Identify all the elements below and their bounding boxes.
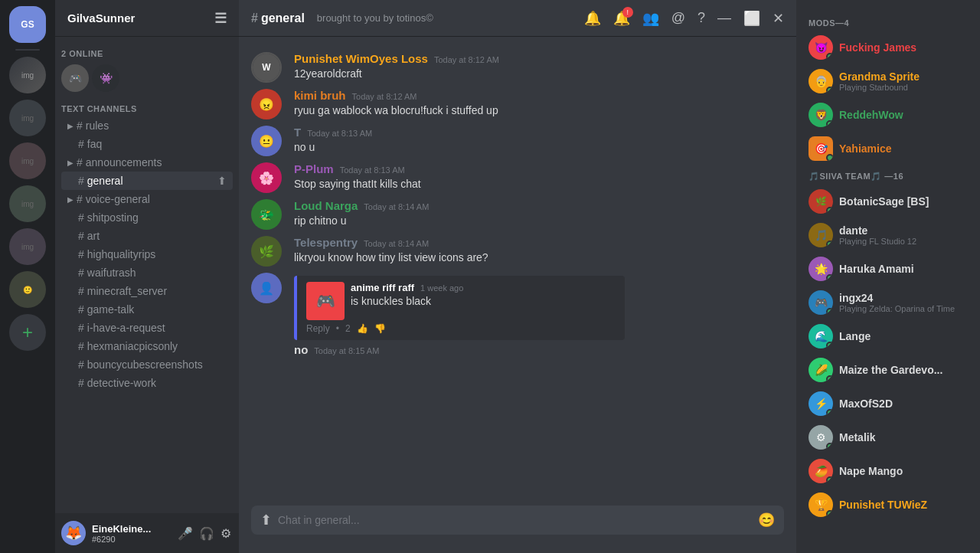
member-fucking-james[interactable]: 😈 Fucking James (802, 31, 974, 64)
member-name-gs: Grandma Sprite (839, 70, 968, 83)
message-content-7: 🎮 anime riff raff 1 week ago is knuckles… (294, 273, 784, 358)
message-header-2: kimi bruh Today at 8:12 AM (294, 89, 784, 102)
channel-item-highqualityrips[interactable]: # highqualityrips (61, 245, 233, 263)
channel-item-request[interactable]: # i-have-a-request (61, 319, 233, 337)
embed-reply-button[interactable]: Reply (306, 323, 330, 334)
chat-input[interactable] (278, 506, 752, 535)
member-name-rw: ReddehWow (839, 109, 968, 121)
channel-item-hexmaniac[interactable]: # hexmaniacpicsonly (61, 337, 233, 355)
channel-name-art: art (87, 230, 227, 242)
member-maxofs2d[interactable]: ⚡ MaxOfS2D (802, 387, 974, 420)
add-server-button[interactable]: + (9, 314, 46, 351)
online-user-avatar-2: 👾 (92, 64, 119, 92)
messages-container: W Punishet WimOyes Loss Today at 8:12 AM… (239, 37, 796, 506)
mention-bell-icon[interactable]: 🔔! (613, 10, 630, 27)
member-avatar-me: ⚙ (808, 425, 833, 450)
channel-item-game-talk[interactable]: # game-talk (61, 300, 233, 319)
status-dot-rw (826, 120, 833, 127)
embed-thumbsup-button[interactable]: 👍 (357, 323, 368, 334)
message-author-1: Punishet WimOyes Loss (294, 52, 428, 65)
server-icon-1[interactable]: img (9, 57, 46, 93)
help-icon[interactable]: ? (697, 10, 705, 26)
member-nape-mango[interactable]: 🥭 Nape Mango (802, 454, 974, 488)
menu-icon[interactable]: ☰ (214, 10, 227, 27)
message-text-1: 12yearoldcraft (294, 67, 784, 82)
channel-item-waifutrash[interactable]: # waifutrash (61, 263, 233, 282)
message-text-4: Stop saying thatIt kills chat (294, 177, 784, 192)
channel-hash-voice: # (77, 193, 83, 205)
upload-icon[interactable]: ⬆ (217, 175, 227, 187)
member-dante[interactable]: 🎵 dante Playing FL Studio 12 (802, 218, 974, 252)
message-text-3: no u (294, 140, 784, 155)
channel-list: ▶ # rules # faq ▶ # announcements # gene… (55, 116, 239, 513)
status-dot-bs (826, 207, 833, 214)
online-user-avatar-1: 🎮 (61, 64, 89, 92)
upload-file-icon[interactable]: ⬆ (260, 512, 272, 528)
at-icon[interactable]: @ (671, 10, 685, 26)
member-botanicsage[interactable]: 🌿 BotanicSage [BS] (802, 185, 974, 218)
embed-thumbsdown-button[interactable]: 👎 (374, 323, 386, 334)
channel-item-faq[interactable]: # faq (61, 135, 233, 153)
settings-button[interactable]: ⚙ (219, 525, 233, 542)
channel-item-minecraft[interactable]: # minecraft_server (61, 282, 233, 300)
deafen-button[interactable]: 🎧 (198, 525, 216, 542)
channel-name-game-talk: game-talk (87, 303, 227, 316)
message-author-2: kimi bruh (294, 89, 346, 102)
server-icon-6[interactable]: 🙂 (9, 271, 46, 308)
message-timestamp-7: Today at 8:15 AM (314, 346, 379, 355)
main-content: # general brought to you by totinos© 🔔 🔔… (239, 0, 796, 553)
member-yahiamice[interactable]: 🎯 Yahiamice (802, 132, 974, 165)
channel-header-title: general (261, 11, 305, 25)
channel-item-voice-general[interactable]: ▶ # voice-general (61, 190, 233, 208)
embed-body: anime riff raff 1 week ago is knuckles b… (351, 282, 616, 307)
member-metalik[interactable]: ⚙ Metalik (802, 420, 974, 454)
member-grandma-sprite[interactable]: 👵 Grandma Sprite Playing Starbound (802, 64, 974, 98)
minimize-icon[interactable]: — (717, 10, 731, 26)
message-timestamp-2: Today at 8:12 AM (352, 92, 417, 101)
mute-button[interactable]: 🎤 (176, 525, 194, 542)
header-icons: 🔔 🔔! 👥 @ ? — ⬜ ✕ (584, 10, 784, 27)
maximize-icon[interactable]: ⬜ (743, 10, 760, 27)
channel-item-general[interactable]: # general ⬆ (61, 172, 233, 190)
member-haruka[interactable]: 🌟 Haruka Amami (802, 252, 974, 286)
message-avatar-5: 🐲 (251, 199, 282, 230)
member-name-da: dante (839, 224, 968, 237)
channel-item-announcements[interactable]: ▶ # announcements (61, 153, 233, 172)
bell-icon[interactable]: 🔔 (584, 10, 601, 27)
channel-hash-game: # (78, 303, 84, 316)
message-author-3: T (294, 126, 301, 139)
member-maize[interactable]: 🌽 Maize the Gardevo... (802, 353, 974, 387)
emoji-icon[interactable]: 😊 (758, 512, 775, 528)
server-icon-5[interactable]: img (9, 228, 46, 265)
status-dot-da (826, 241, 833, 247)
message-group-6: 🌿 Telespentry Today at 8:14 AM likryou k… (239, 233, 796, 270)
status-dot-mx (826, 409, 833, 416)
embed-reply-count: 2 (345, 323, 351, 334)
channel-item-rules[interactable]: ▶ # rules (61, 116, 233, 135)
server-icon-3[interactable]: img (9, 142, 46, 179)
member-name-ix: ingx24 (839, 292, 968, 304)
server-icon-gilvasunner[interactable]: GS (9, 6, 46, 43)
channel-item-shitposting[interactable]: # shitposting (61, 208, 233, 227)
channel-hash-request: # (78, 322, 84, 334)
member-avatar-ya: 🎯 (808, 136, 833, 161)
member-ingx24[interactable]: 🎮 ingx24 Playing Zelda: Oparina of Time (802, 286, 974, 319)
server-icon-2[interactable]: img (9, 100, 46, 136)
message-author-4: P-Plum (294, 162, 334, 175)
member-reddehwow[interactable]: 🦁 ReddehWow (802, 98, 974, 132)
members-list: MODS—4 😈 Fucking James 👵 Grandma Sprite … (796, 0, 980, 553)
embed-footer: Reply • 2 👍 👎 (306, 323, 616, 334)
channel-item-bouncy[interactable]: # bouncycubescreenshots (61, 355, 233, 374)
channel-item-detective[interactable]: # detective-work (61, 374, 233, 392)
channel-hash-art: # (78, 230, 84, 242)
sidebar-header[interactable]: GilvaSunner ☰ (55, 0, 239, 37)
server-icon-4[interactable]: img (9, 185, 46, 222)
members-icon[interactable]: 👥 (642, 10, 659, 27)
channel-header: # general brought to you by totinos© 🔔 🔔… (239, 0, 796, 37)
channel-item-art[interactable]: # art (61, 227, 233, 245)
channel-hash-waifutrash: # (78, 267, 84, 279)
message-content-6: Telespentry Today at 8:14 AM likryou kno… (294, 236, 784, 267)
member-lange[interactable]: 🌊 Lange (802, 319, 974, 353)
member-punishet-tuviez[interactable]: 🏆 Punishet TUWieZ (802, 488, 974, 522)
close-icon[interactable]: ✕ (773, 10, 784, 27)
